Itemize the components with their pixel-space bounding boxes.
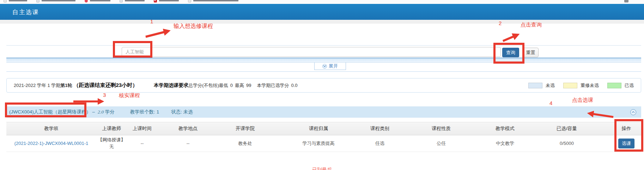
annotation-step3-number: 3 [103,92,106,98]
selected-credits-label: 本学期已选学分 [257,82,289,89]
folder-icon [36,0,40,2]
expand-toggle[interactable]: 展开 [314,63,346,70]
status-legend: 未选 重修未选 已选 [528,82,634,89]
folder-icon [120,0,123,2]
col-header-class: 教学班 [6,125,96,132]
bookmark-item[interactable] [36,0,75,2]
browser-bookmarks-bar [0,0,644,4]
chevron-up-icon[interactable] [630,109,636,115]
expand-label: 展开 [329,63,338,69]
legend-item-selected: 已选 [607,82,634,89]
legend-label: 已选 [625,82,634,89]
course-selection-page: 自主选课 查询 重置 展开 2021-2022 学年 1 学期 第1轮 （距选课… [0,0,644,170]
annotation-step1-label: 输入想选修课程 [174,23,213,30]
teacher-name: 无 [109,143,114,150]
arrow-step2 [503,35,517,41]
requirement-prefix: 本学期选课要求 [154,82,188,89]
credits-requirement-label: 总学分(不包括)最低 [188,82,228,89]
annotation-step2-number: 2 [499,20,502,26]
teacher-cell: 【网络授课】 无 [96,137,127,150]
annotation-step3-label: 核实课程 [119,92,140,99]
bookmark-label-cropped [9,0,27,1]
annotation-step4-label: 点击选课 [572,97,593,104]
min-credits-value: 0 [228,83,235,88]
bookmark-item[interactable] [120,0,145,2]
bookmark-item[interactable] [85,0,110,2]
selection-round: 第1轮 [60,82,72,89]
max-credits-label: 最高 [235,82,244,89]
annotation-box-query-button [493,43,524,64]
bookmark-label-cropped [42,0,75,1]
arrow-step1 [146,31,168,37]
browser-toolbar-icon[interactable] [624,0,628,2]
annotation-box-action-column [614,119,643,152]
filter-panel-top-border [6,45,641,46]
class-table-header: 教学班 上课教师 上课时间 教学地点 开课学院 课程归属 课程类别 课程性质 教… [6,122,641,135]
annotation-step1-number: 1 [150,18,153,24]
annotation-step4-number: 4 [549,100,552,106]
col-header-place: 教学地点 [157,125,219,132]
filter-panel-bottom-border [6,71,641,72]
teaching-mode-tag: 【网络授课】 [98,137,126,143]
selected-credits-value: 0.0 [289,83,300,88]
reset-button[interactable]: 重置 [523,48,539,57]
header-divider-strip [0,20,644,24]
semester-info-panel: 2021-2022 学年 1 学期 第1轮 （距选课结束还剩23小时） 本学期选… [6,78,641,93]
class-count: 教学班个数: 1 [130,109,159,115]
col-header-time: 上课时间 [127,125,157,132]
bookmark-item[interactable] [4,0,27,2]
filter-panel-footer-bar [6,58,641,63]
table-row: (2021-2022-1)-JWCX004-WL0001-1 【网络授课】 无 … [6,135,641,152]
col-header-belong: 课程归属 [272,125,365,132]
unselected-color-swatch [528,83,542,88]
class-time: -- [127,140,157,147]
course-search-input[interactable] [122,47,501,57]
bookmark-item[interactable] [188,0,238,2]
course-credits: 2.0 学分 [98,109,115,115]
col-header-nature: 课程性质 [394,125,488,132]
class-category: 任选 [365,140,394,147]
col-header-teacher: 上课教师 [96,125,127,132]
col-header-college: 开课学院 [219,125,272,132]
col-header-mode: 教学模式 [488,125,522,132]
col-header-capacity: 已选/容量 [522,125,612,132]
legend-item-unselected: 未选 [528,82,555,89]
bookmark-label-cropped [90,0,110,1]
annotation-step2-label: 点击查询 [521,22,542,28]
max-credits-value: 99 [244,83,253,88]
semester-term: 2021-2022 学年 1 学期 [14,82,60,89]
bookmark-label-cropped [125,0,145,1]
course-status: 状态: 未选 [171,109,193,115]
retake-color-swatch [563,83,577,88]
app-header-bar: 自主选课 [0,4,644,20]
course-group-header[interactable]: (JWCX004)人工智能（超星网络课程） – 2.0 学分 教学班个数: 1 … [6,106,641,118]
red-dot-icon [85,0,88,2]
chevron-down-icon [322,64,327,69]
annotation-box-course-title [5,102,86,117]
page-icon [188,0,191,2]
class-college: 教务处 [219,140,272,147]
col-header-category: 课程类别 [365,125,394,132]
page-icon [4,0,7,2]
page-title: 自主选课 [12,8,39,16]
class-belong: 学习与素质提高 [272,140,365,147]
selected-color-swatch [607,83,621,88]
class-id-link[interactable]: (2021-2022-1)-JWCX004-WL0001-1 [14,140,89,147]
class-place: -- [157,140,219,147]
end-of-list-text: 已到最后 [0,167,644,170]
bookmark-item[interactable] [154,0,179,2]
legend-label: 未选 [546,82,555,89]
bookmark-label-cropped [193,0,238,1]
red-badge-icon [154,0,157,2]
class-mode: 中文教学 [488,140,522,147]
class-capacity: 0/5000 [522,140,612,147]
class-nature: 公任 [394,140,488,147]
annotation-box-search-input [113,41,152,58]
legend-item-retake: 重修未选 [563,82,599,89]
bookmark-label-cropped [159,0,179,1]
selection-countdown: （距选课结束还剩23小时） [73,82,138,89]
legend-label: 重修未选 [581,82,599,89]
